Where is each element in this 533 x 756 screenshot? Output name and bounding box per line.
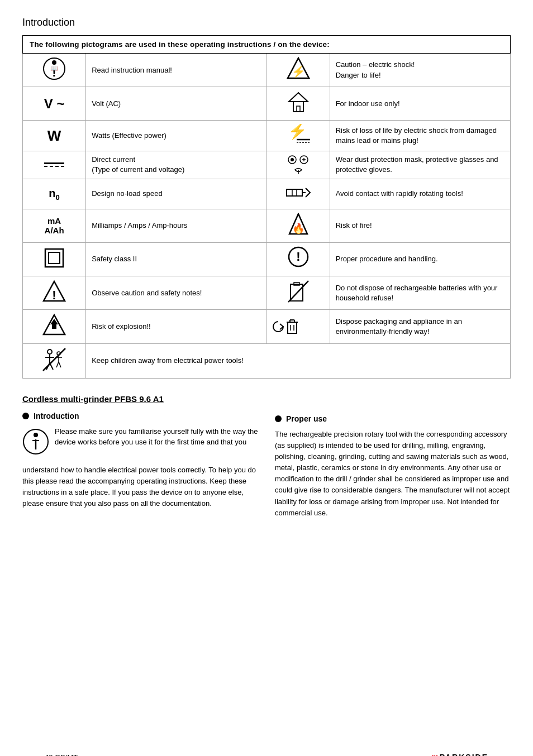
icon-rotating-tools [266,179,330,209]
brand-slashes: /// [431,753,439,756]
svg-text:!: ! [52,288,56,302]
ma-text: Milliamps / Amps / Amp-hours [86,209,266,242]
icon-read-manual: ! 📖 [23,54,86,87]
icon-electric-shock: ⚡ [266,54,330,87]
keep-children-text: Keep children away from electrical power… [86,343,511,378]
right-column: Proper use The rechargeable precision ro… [275,394,511,519]
intro-heading-label: Introduction [34,412,79,420]
table-row: Direct current(Type of current and volta… [23,151,511,179]
pictogram-table: The following pictograms are used in the… [22,35,511,379]
svg-point-13 [291,158,294,161]
electric-shock-text: Caution – electric shock!Danger to life! [330,54,510,87]
svg-rect-16 [287,189,302,196]
proper-use-body: The rechargeable precision rotary tool w… [275,429,511,519]
svg-text:🔥: 🔥 [292,222,305,235]
svg-marker-6 [289,93,308,102]
svg-rect-23 [49,252,60,264]
icon-dust-mask [266,151,330,179]
icon-eco-dispose [266,310,330,343]
svg-rect-8 [297,106,300,112]
intro-icon [22,428,49,459]
dc-text: Direct current(Type of current and volta… [86,151,266,179]
svg-rect-22 [45,249,63,267]
table-row: ! 📖 Read instruction manual! ⚡ Caution –… [23,54,511,87]
intro-content: Please make sure you familiarise yoursel… [22,426,258,459]
eco-dispose-text: Dispose packaging and appliance in an en… [330,310,510,343]
icon-indoor [266,87,330,121]
n0-text: Design no-load speed [86,179,266,209]
explosion-text: Risk of explosion!! [86,310,266,343]
table-row: ! Observe caution and safety notes! Do n… [23,276,511,310]
svg-line-48 [59,362,61,367]
brand-name: PARKSIDE [440,753,488,756]
page-footer: 48 GB/MT /// PARKSIDE [45,753,488,756]
icon-keep-children [23,343,86,378]
icon-caution-warn: ! [23,276,86,310]
footer-page-number: 48 GB/MT [45,753,78,757]
icon-proper-procedure: ! [266,242,330,276]
watt-text: Watts (Effective power) [86,121,266,151]
proper-use-heading-label: Proper use [286,414,327,423]
svg-text:⚡: ⚡ [288,124,307,140]
table-row: Safety class II ! Proper procedure and h… [23,242,511,276]
svg-rect-32 [288,322,297,333]
icon-explosion [23,310,86,343]
svg-line-49 [43,348,65,371]
table-row: mAA/Ah Milliamps / Amps / Amp-hours 🔥 Ri… [23,209,511,242]
intro-body-full: understand how to handle electrical powe… [22,465,258,510]
product-heading: Cordless multi-grinder PFBS 9.6 A1 [22,394,258,404]
svg-point-39 [47,350,52,354]
icon-electric-damage: ⚡ [266,121,330,151]
icon-fire: 🔥 [266,209,330,242]
intro-body-partial: Please make sure you familiarise yoursel… [55,426,258,459]
icon-volt: V ~ [23,87,86,121]
svg-text:!: ! [296,250,300,264]
brand-logo-area: /// PARKSIDE [431,753,488,756]
read-manual-text: Read instruction manual! [86,54,266,87]
icon-dc [23,151,86,179]
caution-warn-text: Observe caution and safety notes! [86,276,266,310]
table-row: Keep children away from electrical power… [23,343,511,378]
icon-no-dispose-battery [266,276,330,310]
icon-ma-aah: mAA/Ah [23,209,86,242]
svg-line-47 [56,362,59,367]
intro-subheading: Introduction [22,412,258,420]
icon-n0: n0 [23,179,86,209]
bottom-sections: Cordless multi-grinder PFBS 9.6 A1 Intro… [22,394,511,519]
table-row: n0 Design no-load speed Avoid contact wi… [23,179,511,209]
table-row: W Watts (Effective power) ⚡ Risk of loss… [23,121,511,151]
dust-mask-text: Wear dust protection mask, protective gl… [330,151,510,179]
page-title: Introduction [22,17,511,28]
volt-text: Volt (AC) [86,87,266,121]
electric-damage-text: Risk of loss of life by electric shock f… [330,121,510,151]
indoor-text: For indoor use only! [330,87,510,121]
bullet-dot-proper-use [275,415,282,422]
proper-use-subheading: Proper use [275,414,511,423]
icon-watt: W [23,121,86,151]
svg-rect-7 [293,102,303,112]
svg-text:📖: 📖 [50,64,58,72]
table-row: Risk of explosion!! [23,310,511,343]
svg-point-51 [34,433,38,437]
fire-text: Risk of fire! [330,209,510,242]
left-column: Cordless multi-grinder PFBS 9.6 A1 Intro… [22,394,258,519]
rotating-tools-text: Avoid contact with rapidly rotating tool… [330,179,510,209]
no-dispose-battery-text: Do not dispose of rechargeable batteries… [330,276,510,310]
icon-safety-class-2 [23,242,86,276]
bullet-dot-intro [22,413,29,419]
proper-procedure-text: Proper procedure and handling. [330,242,510,276]
table-header: The following pictograms are used in the… [23,36,511,54]
table-row: V ~ Volt (AC) For indoor use only! [23,87,511,121]
svg-point-1 [52,60,56,65]
svg-text:⚡: ⚡ [291,65,305,78]
safety-class-text: Safety class II [86,242,266,276]
